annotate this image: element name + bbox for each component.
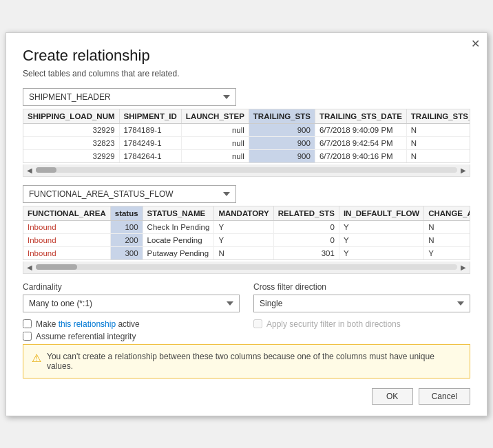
table-row: Inbound 100 Check In Pending Y 0 Y N bbox=[23, 220, 470, 233]
dialog-subtitle: Select tables and columns that are relat… bbox=[23, 69, 470, 78]
table1-col-5: TRAILING_STS_ bbox=[406, 109, 470, 124]
close-button[interactable]: ✕ bbox=[471, 39, 480, 50]
warning-box: ⚠ You can't create a relationship betwee… bbox=[23, 344, 470, 378]
cancel-button[interactable]: Cancel bbox=[419, 388, 470, 405]
table1-container: SHIPPING_LOAD_NUM SHIPMENT_ID LAUNCH_STE… bbox=[23, 109, 470, 163]
cardinality-label: Cardinality bbox=[23, 282, 240, 292]
table-row: Inbound 300 Putaway Pending N 301 Y Y bbox=[23, 246, 470, 259]
warning-text: You can't create a relationship between … bbox=[47, 352, 461, 371]
scroll-thumb2 bbox=[36, 264, 77, 270]
cross-filter-dropdown[interactable]: Single bbox=[253, 295, 470, 312]
security-filter-checkbox[interactable] bbox=[253, 319, 262, 328]
table2-dropdown-wrapper: FUNCTIONAL_AREA_STATUS_FLOW bbox=[23, 185, 470, 203]
table2-col-5: IN_DEFAULT_FLOW bbox=[339, 206, 423, 221]
left-checkboxes: Make this relationship active Assume ref… bbox=[23, 319, 240, 344]
dialog-title: Create relationship bbox=[23, 47, 470, 65]
table1-col-1: SHIPMENT_ID bbox=[119, 109, 181, 124]
table-row: 32929 1784264-1 null 900 6/7/2018 9:40:1… bbox=[23, 149, 470, 162]
table2-container: FUNCTIONAL_AREA status STATUS_NAME MANDA… bbox=[23, 206, 470, 260]
table1-col-2: LAUNCH_STEP bbox=[181, 109, 249, 124]
referential-integrity-row: Assume referential integrity bbox=[23, 332, 240, 341]
table1: SHIPPING_LOAD_NUM SHIPMENT_ID LAUNCH_STE… bbox=[23, 109, 470, 162]
scroll-left-arrow[interactable]: ◀ bbox=[25, 167, 34, 174]
table2-col-1[interactable]: status bbox=[110, 206, 143, 221]
cardinality-crossfilter-row: Cardinality Many to one (*:1) Cross filt… bbox=[23, 282, 470, 312]
table2: FUNCTIONAL_AREA status STATUS_NAME MANDA… bbox=[23, 206, 470, 259]
cross-filter-section: Cross filter direction Single bbox=[253, 282, 470, 312]
table1-dropdown-wrapper: SHIPMENT_HEADER bbox=[23, 88, 470, 106]
scroll-right-arrow2[interactable]: ▶ bbox=[459, 264, 468, 271]
cross-filter-label: Cross filter direction bbox=[253, 282, 470, 292]
button-row: OK Cancel bbox=[23, 388, 470, 405]
security-filter-row: Apply security filter in both directions bbox=[253, 319, 470, 329]
table1-header-row: SHIPPING_LOAD_NUM SHIPMENT_ID LAUNCH_STE… bbox=[23, 109, 470, 124]
scroll-right-arrow[interactable]: ▶ bbox=[459, 167, 468, 174]
active-relationship-checkbox[interactable] bbox=[23, 319, 32, 328]
security-filter-label: Apply security filter in both directions bbox=[266, 319, 401, 329]
table2-header-row: FUNCTIONAL_AREA status STATUS_NAME MANDA… bbox=[23, 206, 470, 221]
referential-integrity-checkbox[interactable] bbox=[23, 332, 32, 341]
table-row: 32823 1784249-1 null 900 6/7/2018 9:42:5… bbox=[23, 136, 470, 149]
table1-col-4: TRAILING_STS_DATE bbox=[315, 109, 406, 124]
active-relationship-row: Make this relationship active bbox=[23, 319, 240, 329]
warning-icon: ⚠ bbox=[32, 352, 41, 365]
cardinality-dropdown[interactable]: Many to one (*:1) bbox=[23, 295, 240, 312]
table-row: 32929 1784189-1 null 900 6/7/2018 9:40:0… bbox=[23, 123, 470, 136]
checkbox-section: Make this relationship active Assume ref… bbox=[23, 319, 470, 344]
table2-scrollbar[interactable]: ◀ ▶ bbox=[23, 262, 470, 274]
table2-col-0: FUNCTIONAL_AREA bbox=[23, 206, 110, 221]
table2-col-2: STATUS_NAME bbox=[143, 206, 214, 221]
table-row: Inbound 200 Locate Pending Y 0 Y N bbox=[23, 233, 470, 246]
ok-button[interactable]: OK bbox=[372, 388, 413, 405]
table2-col-4: RELATED_STS bbox=[273, 206, 339, 221]
create-relationship-dialog: ✕ Create relationship Select tables and … bbox=[6, 32, 487, 416]
table1-dropdown[interactable]: SHIPMENT_HEADER bbox=[23, 88, 236, 106]
table2-dropdown[interactable]: FUNCTIONAL_AREA_STATUS_FLOW bbox=[23, 185, 236, 203]
table2-col-6: CHANGE_A bbox=[424, 206, 470, 221]
table2-col-3: MANDATORY bbox=[214, 206, 273, 221]
table1-col-3[interactable]: TRAILING_STS bbox=[249, 109, 315, 124]
table1-col-0: SHIPPING_LOAD_NUM bbox=[23, 109, 119, 124]
cardinality-section: Cardinality Many to one (*:1) bbox=[23, 282, 240, 312]
table1-scrollbar[interactable]: ◀ ▶ bbox=[23, 164, 470, 177]
this-relationship-link[interactable]: this relationship bbox=[59, 319, 116, 329]
scroll-thumb bbox=[36, 167, 56, 173]
scroll-left-arrow2[interactable]: ◀ bbox=[25, 264, 34, 271]
referential-integrity-label: Assume referential integrity bbox=[36, 332, 136, 341]
right-checkboxes: Apply security filter in both directions bbox=[253, 319, 470, 344]
scroll-track bbox=[36, 167, 457, 173]
scroll-track2 bbox=[36, 264, 457, 270]
